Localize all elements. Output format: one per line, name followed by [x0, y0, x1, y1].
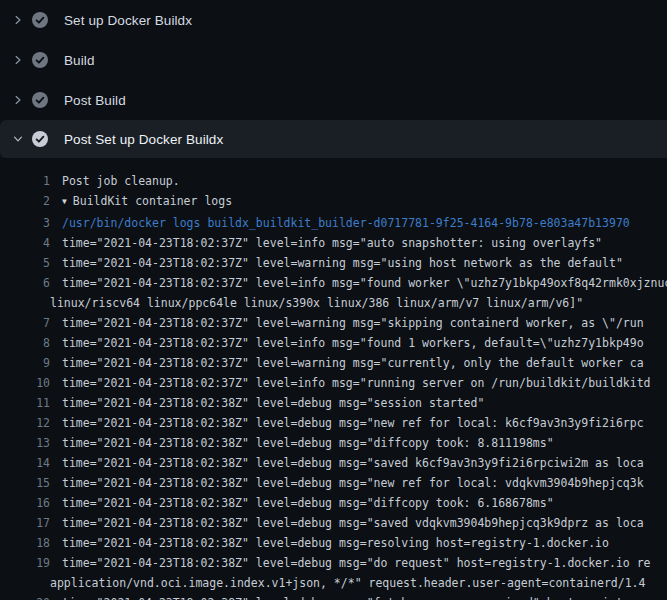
log-line: 13time="2021-04-23T18:02:38Z" level=debu…: [0, 433, 667, 453]
log-text: time="2021-04-23T18:02:37Z" level=warnin…: [50, 313, 667, 333]
line-number[interactable]: 15: [0, 473, 50, 493]
log-text: time="2021-04-23T18:02:38Z" level=debug …: [50, 493, 667, 513]
log-line: 3/usr/bin/docker logs buildx_buildkit_bu…: [0, 213, 667, 233]
log-line: 19time="2021-04-23T18:02:38Z" level=debu…: [0, 553, 667, 593]
line-number[interactable]: 4: [0, 233, 50, 253]
step-row-post-set-up-docker-buildx[interactable]: Post Set up Docker Buildx: [0, 120, 667, 158]
line-number[interactable]: 1: [0, 171, 50, 191]
chevron-down-icon: [10, 131, 26, 147]
step-label: Build: [64, 53, 95, 68]
log-line: 9time="2021-04-23T18:02:37Z" level=warni…: [0, 353, 667, 373]
check-circle-icon: [32, 12, 48, 28]
log-line: 11time="2021-04-23T18:02:38Z" level=debu…: [0, 393, 667, 413]
line-number[interactable]: 8: [0, 333, 50, 353]
chevron-right-icon: [10, 92, 26, 108]
log-viewer: 1Post job cleanup.2▼BuildKit container l…: [0, 158, 667, 600]
line-number[interactable]: 7: [0, 313, 50, 333]
log-text: time="2021-04-23T18:02:37Z" level=warnin…: [50, 253, 667, 273]
check-circle-icon: [32, 52, 48, 68]
log-line: 7time="2021-04-23T18:02:37Z" level=warni…: [0, 313, 667, 333]
step-row-build[interactable]: Build: [0, 40, 667, 80]
log-line: 17time="2021-04-23T18:02:38Z" level=debu…: [0, 513, 667, 533]
log-text: time="2021-04-23T18:02:38Z" level=debug …: [50, 533, 667, 553]
workflow-steps-list: Set up Docker Buildx Build Post Build Po…: [0, 0, 667, 158]
line-number[interactable]: 17: [0, 513, 50, 533]
log-line: 5time="2021-04-23T18:02:37Z" level=warni…: [0, 253, 667, 273]
log-text: time="2021-04-23T18:02:38Z" level=debug …: [50, 593, 667, 600]
line-number[interactable]: 5: [0, 253, 50, 273]
line-number[interactable]: 19: [0, 553, 50, 593]
log-line: 15time="2021-04-23T18:02:38Z" level=debu…: [0, 473, 667, 493]
log-text: Post job cleanup.: [50, 171, 667, 191]
step-row-post-build[interactable]: Post Build: [0, 80, 667, 120]
group-collapse-triangle-icon[interactable]: ▼: [62, 192, 67, 212]
line-number[interactable]: 3: [0, 213, 50, 233]
line-number[interactable]: 9: [0, 353, 50, 373]
log-line: 8time="2021-04-23T18:02:37Z" level=info …: [0, 333, 667, 353]
log-line: 10time="2021-04-23T18:02:37Z" level=info…: [0, 373, 667, 393]
chevron-right-icon: [10, 52, 26, 68]
log-line: 4time="2021-04-23T18:02:37Z" level=info …: [0, 233, 667, 253]
log-line: 20time="2021-04-23T18:02:38Z" level=debu…: [0, 593, 667, 600]
line-number[interactable]: 11: [0, 393, 50, 413]
check-circle-icon: [32, 92, 48, 108]
log-text: time="2021-04-23T18:02:38Z" level=debug …: [50, 553, 667, 593]
log-text: time="2021-04-23T18:02:37Z" level=info m…: [50, 233, 667, 253]
line-number[interactable]: 20: [0, 593, 50, 600]
step-label: Set up Docker Buildx: [64, 13, 192, 28]
log-lines: 1Post job cleanup.2▼BuildKit container l…: [0, 171, 667, 600]
check-circle-icon: [32, 131, 48, 147]
log-line: 2▼BuildKit container logs: [0, 191, 667, 213]
line-number[interactable]: 18: [0, 533, 50, 553]
log-text: time="2021-04-23T18:02:37Z" level=warnin…: [50, 353, 667, 373]
line-number[interactable]: 12: [0, 413, 50, 433]
log-text: time="2021-04-23T18:02:38Z" level=debug …: [50, 473, 667, 493]
step-label: Post Build: [64, 93, 126, 108]
log-text: time="2021-04-23T18:02:38Z" level=debug …: [50, 513, 667, 533]
line-number[interactable]: 6: [0, 273, 50, 313]
log-line: 18time="2021-04-23T18:02:38Z" level=debu…: [0, 533, 667, 553]
log-text: time="2021-04-23T18:02:37Z" level=info m…: [50, 373, 667, 393]
log-text: time="2021-04-23T18:02:37Z" level=info m…: [50, 333, 667, 353]
line-number[interactable]: 16: [0, 493, 50, 513]
log-command-text: /usr/bin/docker logs buildx_buildkit_bui…: [50, 213, 667, 233]
log-text: time="2021-04-23T18:02:38Z" level=debug …: [50, 453, 667, 473]
line-number[interactable]: 14: [0, 453, 50, 473]
log-text[interactable]: ▼BuildKit container logs: [50, 191, 667, 213]
step-row-set-up-docker-buildx[interactable]: Set up Docker Buildx: [0, 0, 667, 40]
log-line: 1Post job cleanup.: [0, 171, 667, 191]
log-text: time="2021-04-23T18:02:38Z" level=debug …: [50, 393, 667, 413]
log-text: time="2021-04-23T18:02:38Z" level=debug …: [50, 433, 667, 453]
log-line: 16time="2021-04-23T18:02:38Z" level=debu…: [0, 493, 667, 513]
step-label: Post Set up Docker Buildx: [64, 132, 223, 147]
line-number[interactable]: 13: [0, 433, 50, 453]
log-line: 12time="2021-04-23T18:02:38Z" level=debu…: [0, 413, 667, 433]
log-text: time="2021-04-23T18:02:38Z" level=debug …: [50, 413, 667, 433]
log-text: time="2021-04-23T18:02:37Z" level=info m…: [50, 273, 667, 313]
line-number[interactable]: 10: [0, 373, 50, 393]
log-line: 6time="2021-04-23T18:02:37Z" level=info …: [0, 273, 667, 313]
chevron-right-icon: [10, 12, 26, 28]
line-number[interactable]: 2: [0, 191, 50, 213]
log-line: 14time="2021-04-23T18:02:38Z" level=debu…: [0, 453, 667, 473]
